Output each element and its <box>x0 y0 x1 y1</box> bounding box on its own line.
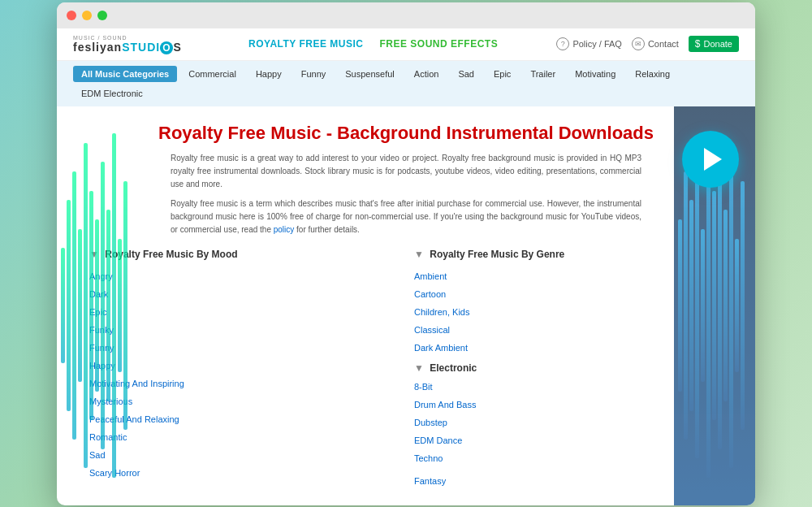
cat-all-music[interactable]: All Music Categories <box>73 66 177 82</box>
description-1: Royalty free music is a great way to add… <box>171 152 641 191</box>
cat-edm[interactable]: EDM Electronic <box>73 85 151 102</box>
main-nav: ROYALTY FREE MUSIC FREE SOUND EFFECTS <box>206 38 541 50</box>
cat-commercial[interactable]: Commercial <box>180 66 244 82</box>
mail-icon: ✉ <box>632 37 645 50</box>
play-button[interactable] <box>682 131 739 188</box>
title-bar <box>57 2 755 28</box>
genre-children-link[interactable]: Children, Kids <box>414 307 469 317</box>
site-header: MUSIC / SOUND fesliyanSTUDIOS ROYALTY FR… <box>57 28 755 61</box>
royalty-free-music-link[interactable]: ROYALTY FREE MUSIC <box>248 38 363 50</box>
main-content: Royalty Free Music - Background Instrume… <box>57 106 755 505</box>
header-actions: ? Policy / FAQ ✉ Contact $ Donate <box>556 36 739 52</box>
cat-sad[interactable]: Sad <box>450 66 482 82</box>
cat-motivating[interactable]: Motivating <box>567 66 624 82</box>
genre-dubstep-link[interactable]: Dubstep <box>414 418 447 427</box>
columns-container: ▼ Royalty Free Music By Mood Angry Dark … <box>81 249 731 489</box>
description-2: Royalty free music is a term which descr… <box>171 197 641 236</box>
cat-happy[interactable]: Happy <box>248 66 290 82</box>
minimize-dot[interactable] <box>82 11 92 20</box>
free-sound-effects-link[interactable]: FREE SOUND EFFECTS <box>379 38 498 50</box>
categories-bar: All Music Categories Commercial Happy Fu… <box>57 61 755 106</box>
browser-window: MUSIC / SOUND fesliyanSTUDIOS ROYALTY FR… <box>57 2 755 505</box>
genre-fantasy-link[interactable]: Fantasy <box>414 476 446 486</box>
waveform-left <box>57 106 138 505</box>
contact-label: Contact <box>648 39 679 49</box>
triangle-icon-2: ▼ <box>414 249 424 260</box>
cat-funny[interactable]: Funny <box>293 66 335 82</box>
donate-button[interactable]: $ Donate <box>689 36 739 52</box>
cat-suspenseful[interactable]: Suspenseful <box>337 66 403 82</box>
logo-small-text: MUSIC / SOUND <box>73 35 182 41</box>
genre-drum-bass-link[interactable]: Drum And Bass <box>414 400 476 410</box>
genre-edm-link[interactable]: EDM Dance <box>414 436 462 445</box>
genre-ambient-link[interactable]: Ambient <box>414 271 447 281</box>
close-dot[interactable] <box>67 11 76 20</box>
maximize-dot[interactable] <box>97 11 107 20</box>
policy-faq-link[interactable]: ? Policy / FAQ <box>556 37 622 50</box>
play-icon <box>704 148 722 171</box>
question-icon: ? <box>556 37 569 50</box>
genre-dark-ambient-link[interactable]: Dark Ambient <box>414 343 468 353</box>
contact-link[interactable]: ✉ Contact <box>632 37 679 50</box>
page-title: Royalty Free Music - Background Instrume… <box>81 123 731 144</box>
policy-link[interactable]: policy <box>274 225 295 234</box>
cat-trailer[interactable]: Trailer <box>522 66 564 82</box>
policy-label: Policy / FAQ <box>572 39 622 49</box>
donate-icon: $ <box>695 38 701 50</box>
site-logo: MUSIC / SOUND fesliyanSTUDIOS <box>73 35 182 54</box>
cat-epic[interactable]: Epic <box>486 66 519 82</box>
genre-8bit-link[interactable]: 8-Bit <box>414 382 433 392</box>
triangle-icon-3: ▼ <box>414 362 424 374</box>
genre-cartoon-link[interactable]: Cartoon <box>414 289 446 299</box>
donate-label: Donate <box>704 39 732 49</box>
logo-main-text: fesliyanSTUDIOS <box>73 41 182 54</box>
genre-techno-link[interactable]: Techno <box>414 453 443 463</box>
genre-classical-link[interactable]: Classical <box>414 325 450 335</box>
cat-relaxing[interactable]: Relaxing <box>627 66 678 82</box>
cat-action[interactable]: Action <box>406 66 447 82</box>
